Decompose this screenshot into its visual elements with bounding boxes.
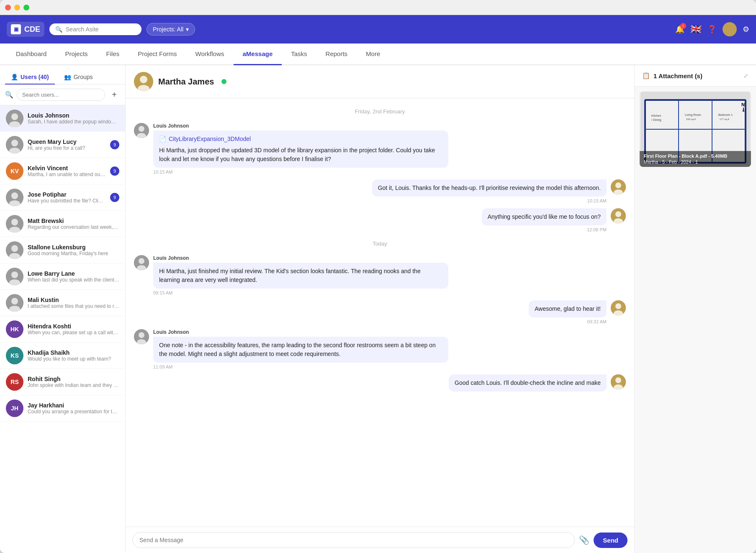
attachments-panel: 📋 1 Attachment (s) ⤢ xyxy=(635,65,756,553)
svg-point-34 xyxy=(139,258,144,264)
notification-icon[interactable]: 🔔 ! xyxy=(675,25,684,34)
contact-name: Jay Harkhani xyxy=(28,402,119,409)
avatar-hitendra: HK xyxy=(6,320,23,338)
contact-item-mali[interactable]: Mali Kustin I attached some files that y… xyxy=(0,290,125,316)
avatar-mali xyxy=(6,294,23,312)
message-bubble-wrap: Anything specific you'd like me to focus… xyxy=(482,208,607,232)
message-sender: Louis Johnson xyxy=(153,255,448,261)
message-avatar xyxy=(134,329,149,344)
message-bubble: One note - in the accessibility features… xyxy=(153,337,448,363)
chat-input-bar: 📎 Send xyxy=(126,527,634,553)
file-attachment-link[interactable]: 📄 CityLibraryExpansion_3DModel xyxy=(159,135,442,143)
sidebar-tab-groups[interactable]: 👥 Groups xyxy=(58,70,99,84)
contact-name: Lowe Barry Lane xyxy=(28,270,119,277)
message-bubble: Got it, Louis. Thanks for the heads-up. … xyxy=(372,179,607,197)
attach-file-button[interactable]: 📎 xyxy=(579,535,589,545)
tab-tasks[interactable]: Tasks xyxy=(282,44,316,65)
attachment-count-label: 1 Attachment (s) xyxy=(653,72,702,79)
unread-badge: 9 xyxy=(110,166,119,176)
projects-selector[interactable]: Projects: All ▾ xyxy=(147,23,195,36)
tab-files[interactable]: Files xyxy=(97,44,129,65)
contact-preview: Have you submitted the file? Client is..… xyxy=(28,198,106,204)
tab-reports[interactable]: Reports xyxy=(316,44,357,65)
contact-item-matt[interactable]: Matt Brewski Regarding our conversation … xyxy=(0,211,125,237)
contact-item-stallone[interactable]: Stallone Lukensburg Good morning Martha,… xyxy=(0,237,125,264)
user-avatar[interactable] xyxy=(723,22,737,36)
avatar-queen-mary xyxy=(6,136,23,154)
contact-name: Khadija Shaikh xyxy=(28,349,119,356)
maximize-button[interactable] xyxy=(23,5,29,10)
tab-more[interactable]: More xyxy=(357,44,389,65)
avatar-jose xyxy=(6,189,23,206)
svg-text:N: N xyxy=(741,102,745,107)
message-avatar xyxy=(134,123,149,138)
logo[interactable]: ▣ CDE xyxy=(7,22,44,37)
contact-name: Queen Mary Lucy xyxy=(28,138,106,145)
avatar-lowe xyxy=(6,268,23,285)
message-sender: Louis Johnson xyxy=(153,329,448,335)
message-input[interactable] xyxy=(132,532,575,548)
contact-preview: John spoke with Indian team and they req… xyxy=(28,382,119,388)
unread-badge: 9 xyxy=(110,140,119,149)
chat-messages: Friday, 2nd February Louis Johnson 📄 Cit… xyxy=(126,98,634,527)
message-text: Hi Martha, just finished my initial revi… xyxy=(159,268,421,283)
contact-item-kelvin[interactable]: KV Kelvin Vincent Martha, I am unable to… xyxy=(0,158,125,184)
tab-project-forms[interactable]: Project Forms xyxy=(129,44,186,65)
contact-item-rohit[interactable]: RS Rohit Singh John spoke with Indian te… xyxy=(0,369,125,395)
svg-point-4 xyxy=(11,140,18,146)
svg-point-22 xyxy=(140,76,147,83)
global-search[interactable]: 🔍 Search Asite xyxy=(49,23,141,35)
search-icon: 🔍 xyxy=(55,26,62,33)
contact-item-khadija[interactable]: KS Khadija Shaikh Would you like to meet… xyxy=(0,343,125,369)
message-7: Good catch Louis. I'll double-check the … xyxy=(134,374,626,392)
tab-projects[interactable]: Projects xyxy=(56,44,97,65)
search-users-input[interactable] xyxy=(17,89,105,101)
message-3: Anything specific you'd like me to focus… xyxy=(134,208,626,232)
contact-info-rohit: Rohit Singh John spoke with Indian team … xyxy=(28,376,119,388)
contact-item-jay[interactable]: JH Jay Harkhani Could you arrange a pres… xyxy=(0,395,125,422)
message-5: Awesome, glad to hear it! 09:32 AM xyxy=(134,300,626,324)
expand-icon[interactable]: ⤢ xyxy=(743,72,748,79)
tab-dashboard[interactable]: Dashboard xyxy=(7,44,56,65)
flag-icon[interactable]: 🇬🇧 xyxy=(690,24,702,35)
sidebar-tab-users[interactable]: 👤 Users (40) xyxy=(5,70,55,84)
svg-text:Bedroom 1: Bedroom 1 xyxy=(718,113,733,116)
message-text: Got it, Louis. Thanks for the heads-up. … xyxy=(378,184,601,191)
avatar-kelvin: KV xyxy=(6,162,23,180)
message-bubble-wrap: Good catch Louis. I'll double-check the … xyxy=(449,374,607,392)
help-icon[interactable]: ❓ xyxy=(707,25,717,34)
contact-item-lowe[interactable]: Lowe Barry Lane When last did you speak … xyxy=(0,264,125,290)
chevron-down-icon: ▾ xyxy=(186,26,189,33)
chat-contact-avatar xyxy=(134,72,153,91)
svg-point-10 xyxy=(11,219,18,225)
minimize-button[interactable] xyxy=(14,5,20,10)
send-button[interactable]: Send xyxy=(594,533,627,548)
settings-icon[interactable]: ⚙ xyxy=(743,25,749,34)
message-time: 11:09 AM xyxy=(153,364,448,369)
attachment-thumbnail[interactable]: Kitchen / Dining Living Room 240 sq ft B… xyxy=(640,92,751,167)
contact-preview: Hi, are you free for a call? xyxy=(28,145,106,151)
contact-item-queen-mary[interactable]: Queen Mary Lucy Hi, are you free for a c… xyxy=(0,132,125,158)
contact-info-khadija: Khadija Shaikh Would you like to meet up… xyxy=(28,349,119,362)
tab-amessage[interactable]: aMessage xyxy=(234,44,282,65)
message-bubble-wrap: Got it, Louis. Thanks for the heads-up. … xyxy=(372,179,607,203)
attachment-file-name: First Floor Plan - Block A.pdf - 5.40MB xyxy=(644,154,747,159)
contact-info-hitendra: Hitendra Koshti When you can, please set… xyxy=(28,323,119,335)
message-text: Hi Martha, just dropped the updated 3D m… xyxy=(159,147,435,162)
avatar-jay: JH xyxy=(6,399,23,417)
avatar-matt xyxy=(6,215,23,233)
chat-header: Martha James xyxy=(126,65,634,98)
add-user-button[interactable]: + xyxy=(108,89,120,101)
message-avatar xyxy=(611,374,626,389)
contact-item-jose[interactable]: Jose Potiphar Have you submitted the fil… xyxy=(0,184,125,211)
close-button[interactable] xyxy=(5,5,11,10)
tab-workflows[interactable]: Workflows xyxy=(186,44,234,65)
avatar-louis-johnson xyxy=(6,110,23,127)
main-content: 👤 Users (40) 👥 Groups 🔍 + xyxy=(0,65,756,553)
contact-item-hitendra[interactable]: HK Hitendra Koshti When you can, please … xyxy=(0,316,125,343)
unread-badge: 9 xyxy=(110,193,119,202)
contact-item-louis-johnson[interactable]: Louis Johnson Sarah, I have added the po… xyxy=(0,105,125,132)
svg-point-16 xyxy=(11,271,18,278)
message-text: Anything specific you'd like me to focus… xyxy=(488,213,601,220)
svg-point-37 xyxy=(615,303,621,309)
